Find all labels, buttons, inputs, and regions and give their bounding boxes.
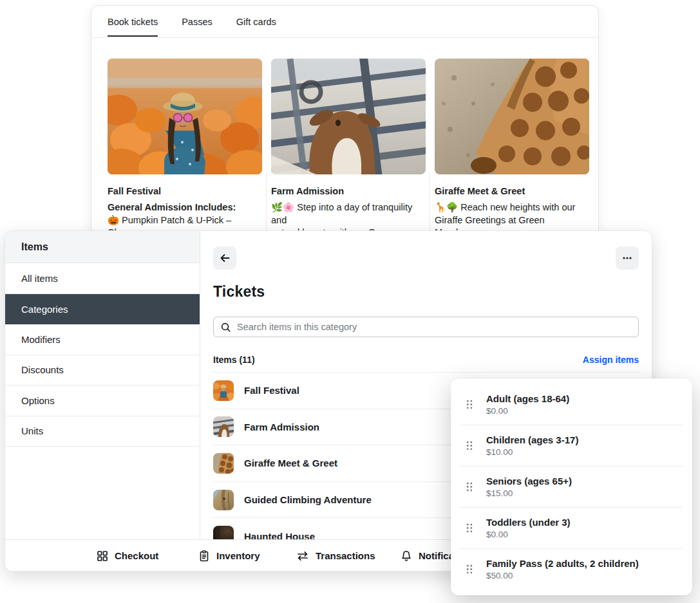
drag-handle-icon[interactable] (466, 564, 473, 574)
sidebar-item-discounts[interactable]: Discounts (5, 355, 200, 386)
items-count-label: Items (11) (213, 355, 255, 365)
clipboard-icon (198, 550, 211, 562)
tab-gift-cards[interactable]: Gift cards (236, 6, 276, 37)
back-button[interactable] (213, 246, 236, 270)
nav-transactions[interactable]: Transactions (296, 541, 375, 571)
variation-price: $50.00 (486, 571, 639, 580)
variation-row-family-pass[interactable]: Family Pass (2 adults, 2 children) $50.0… (451, 549, 692, 589)
variation-price: $10.00 (486, 447, 578, 457)
more-options-button[interactable] (616, 246, 639, 270)
product-card-fall-festival[interactable]: Fall Festival General Admission Includes… (108, 59, 262, 239)
ellipsis-icon (621, 252, 633, 264)
variation-name: Adult (ages 18-64) (486, 393, 569, 404)
nav-checkout[interactable]: Checkout (96, 541, 158, 571)
search-icon (220, 322, 231, 333)
drag-handle-icon[interactable] (466, 400, 473, 409)
arrows-swap-icon (296, 550, 310, 562)
card-description-line: General Admission Includes: (108, 201, 262, 214)
item-row-label: Guided Climbing Adventure (244, 494, 372, 505)
pumpkin-patch-thumb (213, 380, 234, 401)
product-cards: Fall Festival General Admission Includes… (108, 59, 589, 239)
card-title: Farm Admission (271, 186, 426, 196)
tab-passes[interactable]: Passes (182, 6, 213, 37)
drag-handle-icon[interactable] (466, 482, 473, 492)
variation-price: $15.00 (486, 488, 572, 498)
cliff-thumb (213, 490, 234, 510)
category-search (213, 317, 639, 337)
nav-label: Inventory (216, 550, 260, 561)
haunted-house-thumb (213, 526, 234, 539)
card-description-line: 🌿🌸 Step into a day of tranquility and (271, 201, 426, 227)
nav-label: Transactions (316, 550, 375, 561)
product-card-giraffe-meet-greet[interactable]: Giraffe Meet & Greet 🦒🌳 Reach new height… (435, 59, 589, 239)
sidebar-title: Items (5, 231, 200, 263)
giraffe-closeup-photo (435, 59, 589, 174)
assign-items-link[interactable]: Assign items (583, 355, 639, 365)
girl-in-pumpkin-patch-photo (108, 59, 262, 174)
goat-at-farm-fence-photo (271, 59, 426, 174)
nav-inventory[interactable]: Inventory (198, 541, 260, 571)
card-title: Giraffe Meet & Greet (435, 186, 589, 196)
variation-name: Toddlers (under 3) (486, 517, 571, 528)
screen: Book tickets Passes Gift cards (0, 0, 700, 603)
sidebar-item-all-items[interactable]: All items (5, 263, 200, 294)
card-title: Fall Festival (108, 186, 262, 196)
category-title: Tickets (213, 283, 639, 301)
arrow-left-icon (218, 252, 231, 264)
variation-name: Seniors (ages 65+) (486, 476, 572, 487)
items-sidebar: Items All items Categories Modifiers Dis… (5, 231, 200, 539)
sidebar-item-options[interactable]: Options (5, 385, 200, 416)
booking-window: Book tickets Passes Gift cards (91, 5, 599, 257)
sidebar-item-categories[interactable]: Categories (5, 294, 200, 325)
variation-name: Family Pass (2 adults, 2 children) (486, 558, 639, 569)
item-row-label: Giraffe Meet & Greet (244, 458, 337, 468)
variation-row-children[interactable]: Children (ages 3-17) $10.00 (451, 425, 692, 466)
item-row-label: Fall Festival (244, 385, 299, 396)
variations-panel: Adult (ages 18-64) $0.00 Children (ages … (451, 378, 692, 595)
items-list-header: Items (11) Assign items (213, 355, 639, 365)
search-input[interactable] (237, 322, 632, 332)
variation-price: $0.00 (486, 406, 569, 416)
item-row-label: Haunted House (244, 531, 315, 539)
tab-book-tickets[interactable]: Book tickets (108, 6, 158, 37)
sidebar-item-modifiers[interactable]: Modifiers (5, 324, 200, 355)
detail-topbar (213, 246, 639, 270)
bell-icon (400, 550, 413, 562)
giraffe-thumb (213, 453, 234, 474)
card-description-line: 🦒🌳 Reach new heights with our (435, 201, 589, 214)
product-card-farm-admission[interactable]: Farm Admission 🌿🌸 Step into a day of tra… (271, 59, 426, 239)
goat-thumb (213, 416, 234, 437)
variation-name: Children (ages 3-17) (486, 434, 578, 445)
nav-label: Checkout (115, 550, 158, 561)
drag-handle-icon[interactable] (466, 441, 473, 450)
sidebar-item-units[interactable]: Units (5, 416, 200, 447)
variation-row-toddlers[interactable]: Toddlers (under 3) $0.00 (451, 508, 692, 548)
variation-row-seniors[interactable]: Seniors (ages 65+) $15.00 (451, 467, 692, 507)
grid-icon (96, 550, 109, 562)
booking-tabbar: Book tickets Passes Gift cards (91, 6, 598, 38)
drag-handle-icon[interactable] (466, 523, 473, 533)
variation-row-adult[interactable]: Adult (ages 18-64) $0.00 (451, 384, 692, 425)
variation-price: $0.00 (486, 530, 571, 539)
item-row-label: Farm Admission (244, 422, 319, 432)
